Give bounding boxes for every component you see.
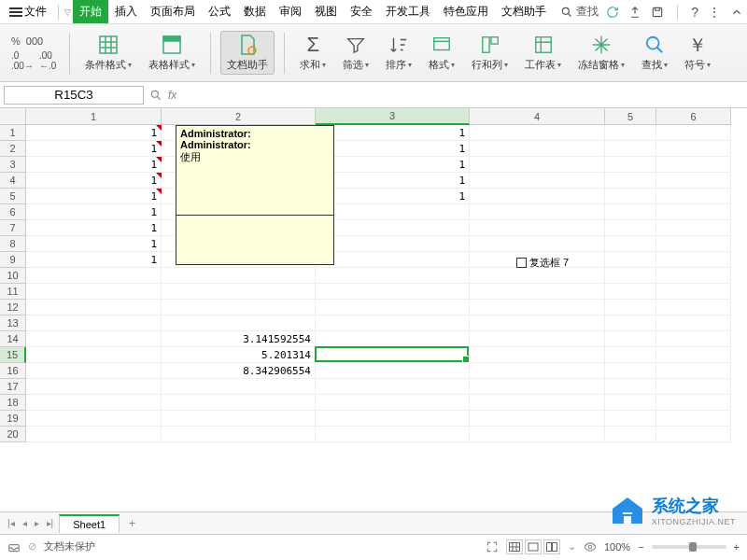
- doc-helper-button[interactable]: 文档助手: [220, 31, 275, 75]
- sheet-tab[interactable]: Sheet1: [59, 514, 120, 533]
- cell[interactable]: [470, 331, 605, 347]
- tab-dev-tools[interactable]: 开发工具: [379, 0, 437, 23]
- row-header[interactable]: 3: [0, 157, 26, 173]
- cell[interactable]: [656, 300, 731, 315]
- tab-formula[interactable]: 公式: [202, 0, 237, 23]
- app-menu-button[interactable]: 文件: [4, 2, 52, 21]
- cell[interactable]: [605, 125, 656, 141]
- find-button[interactable]: 查找▾: [636, 32, 673, 74]
- cell[interactable]: [605, 300, 656, 315]
- cell[interactable]: [656, 236, 731, 252]
- cell[interactable]: [656, 125, 731, 141]
- cell[interactable]: [316, 395, 470, 411]
- cell[interactable]: 1: [26, 220, 162, 236]
- read-mode-icon[interactable]: ⌄: [568, 540, 576, 553]
- function-search-icon[interactable]: [149, 89, 162, 102]
- row-header[interactable]: 1: [0, 125, 26, 141]
- tab-featured[interactable]: 特色应用: [437, 0, 495, 23]
- row-header[interactable]: 5: [0, 189, 26, 204]
- view-page[interactable]: [525, 539, 542, 554]
- cell[interactable]: [316, 268, 470, 284]
- row-header[interactable]: 16: [0, 363, 26, 379]
- search-button[interactable]: 查找: [555, 4, 604, 20]
- cell[interactable]: [656, 252, 731, 268]
- cell[interactable]: [26, 284, 162, 300]
- row-header[interactable]: 2: [0, 141, 26, 157]
- cell[interactable]: [605, 141, 656, 157]
- cell[interactable]: [656, 411, 731, 427]
- cell[interactable]: 1: [316, 125, 470, 141]
- cell[interactable]: [656, 268, 731, 284]
- view-normal[interactable]: [506, 539, 523, 554]
- cell[interactable]: [26, 363, 162, 379]
- cell[interactable]: [470, 173, 605, 189]
- cell[interactable]: 1: [316, 189, 470, 204]
- cell[interactable]: [470, 315, 605, 331]
- cond-format-button[interactable]: 条件格式▾: [79, 32, 137, 74]
- row-header[interactable]: 7: [0, 220, 26, 236]
- row-header[interactable]: 20: [0, 427, 26, 442]
- cell[interactable]: [605, 173, 656, 189]
- cell[interactable]: 3.141592554: [162, 331, 316, 347]
- cell[interactable]: [470, 411, 605, 427]
- cell[interactable]: [26, 395, 162, 411]
- cell[interactable]: [26, 300, 162, 315]
- cell[interactable]: [162, 411, 316, 427]
- cell[interactable]: [26, 379, 162, 395]
- zoom-out-button[interactable]: −: [638, 541, 643, 553]
- cell[interactable]: [26, 411, 162, 427]
- sum-button[interactable]: Σ 求和▾: [294, 32, 331, 74]
- share-icon[interactable]: [628, 6, 641, 19]
- row-header[interactable]: 6: [0, 204, 26, 220]
- cell[interactable]: [605, 284, 656, 300]
- cell[interactable]: [605, 331, 656, 347]
- cell[interactable]: [316, 363, 470, 379]
- tab-doc-helper[interactable]: 文档助手: [495, 0, 553, 23]
- cell[interactable]: [470, 220, 605, 236]
- cell[interactable]: [162, 395, 316, 411]
- cell[interactable]: [605, 236, 656, 252]
- zoom-slider[interactable]: [652, 545, 726, 549]
- cell[interactable]: [26, 347, 162, 363]
- cell[interactable]: 1: [26, 236, 162, 252]
- cell[interactable]: [26, 268, 162, 284]
- format-button[interactable]: 格式▾: [423, 32, 460, 74]
- cell[interactable]: 5.201314: [162, 347, 316, 363]
- cell[interactable]: [605, 427, 656, 442]
- cell[interactable]: 8.342906554: [162, 363, 316, 379]
- tab-security[interactable]: 安全: [344, 0, 379, 23]
- cell[interactable]: [605, 220, 656, 236]
- sheet-nav-next[interactable]: ▸: [33, 518, 41, 528]
- cell[interactable]: [470, 204, 605, 220]
- cell[interactable]: [605, 315, 656, 331]
- sync-icon[interactable]: [606, 6, 619, 19]
- eye-icon[interactable]: [584, 540, 597, 553]
- column-header[interactable]: 4: [470, 108, 605, 125]
- zoom-thumb[interactable]: [689, 542, 697, 552]
- row-header[interactable]: 19: [0, 411, 26, 427]
- dropdown-icon[interactable]: ▽: [64, 7, 71, 17]
- cell[interactable]: 1: [26, 204, 162, 220]
- view-breaks[interactable]: [543, 539, 560, 554]
- tab-start[interactable]: 开始: [73, 0, 108, 23]
- form-checkbox[interactable]: 复选框 7: [516, 256, 569, 270]
- row-header[interactable]: 12: [0, 300, 26, 315]
- sheet-nav-last[interactable]: ▸|: [45, 518, 56, 528]
- row-header[interactable]: 17: [0, 379, 26, 395]
- fullscreen-icon[interactable]: [486, 540, 499, 553]
- cell[interactable]: [316, 331, 470, 347]
- table-style-button[interactable]: 表格样式▾: [143, 32, 201, 74]
- percent-button[interactable]: %: [11, 35, 21, 47]
- cell[interactable]: [605, 189, 656, 204]
- cell[interactable]: 1: [26, 125, 162, 141]
- filter-button[interactable]: 筛选▾: [337, 32, 374, 74]
- cell[interactable]: [656, 284, 731, 300]
- cell[interactable]: [605, 347, 656, 363]
- cell[interactable]: [605, 268, 656, 284]
- cell[interactable]: [605, 204, 656, 220]
- cell[interactable]: [162, 268, 316, 284]
- cell[interactable]: 1: [316, 157, 470, 173]
- name-box[interactable]: [4, 86, 144, 105]
- cell[interactable]: 1: [316, 141, 470, 157]
- tab-review[interactable]: 审阅: [273, 0, 308, 23]
